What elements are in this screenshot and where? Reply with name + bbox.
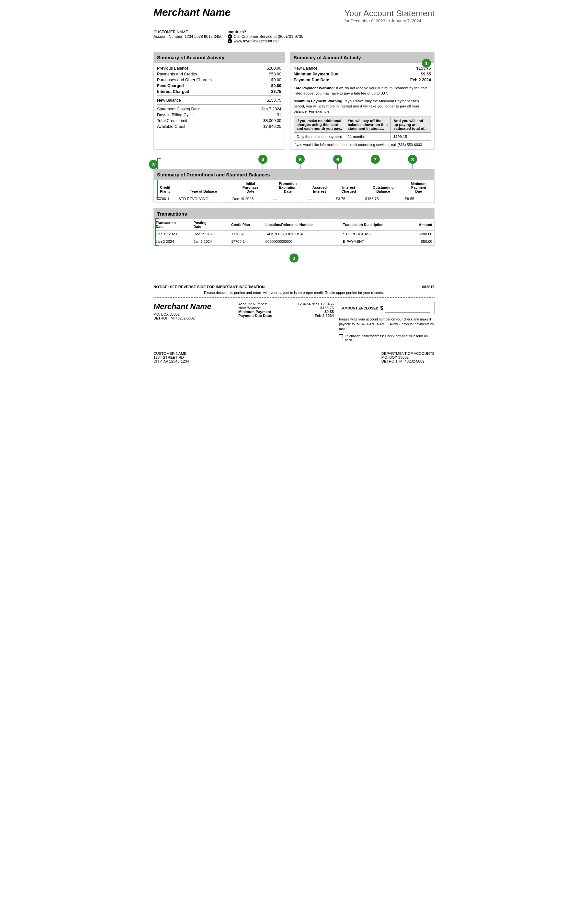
detach-note: Please detach this portion and return wi… bbox=[154, 291, 434, 298]
merchant-name: Merchant Name bbox=[154, 6, 230, 18]
remit-due-value: Feb 2 2024 bbox=[315, 314, 334, 317]
badge-1: 1 bbox=[422, 58, 431, 68]
remit-address: P.O. BOX 33802 DETROIT, MI 48232-5802 bbox=[154, 313, 233, 320]
trans-row2-desc: E-PAYMENT bbox=[341, 238, 408, 245]
summary-row-interest: Interest Charged$3.75 bbox=[157, 89, 281, 96]
badge4-line bbox=[262, 164, 263, 169]
notice-line: NOTICE: SEE REVERSE SIDE FOR IMPORTANT I… bbox=[154, 285, 434, 289]
payment-col1-header: If you make no additional charges using … bbox=[294, 117, 345, 133]
amount-input[interactable] bbox=[385, 304, 430, 313]
trans-row2-plan: 17700-1 bbox=[229, 238, 264, 245]
notice-section: NOTICE: SEE REVERSE SIDE FOR IMPORTANT I… bbox=[154, 282, 434, 298]
remit-acct-label: Account Number: bbox=[238, 302, 267, 306]
remit-acct-row: Account Number: 1234 5678 9012 3456 bbox=[238, 302, 334, 306]
inquiries-section: Inquiries? ● Call Customer Service at (8… bbox=[228, 30, 303, 44]
footer-customer: CUSTOMER NAME 1234 STREET RD CITY, AA 12… bbox=[154, 351, 189, 363]
remit-payment: AMOUNT ENCLOSED $ Please write your acco… bbox=[339, 302, 434, 342]
promo-col-initial-date: InitialPurchaseDate bbox=[230, 180, 271, 195]
remit-acct-value: 1234 5678 9012 3456 bbox=[298, 302, 334, 306]
remit-merchant-name: Merchant Name bbox=[154, 302, 233, 311]
promo-initial-date: Dec 19 2023 bbox=[230, 195, 271, 202]
footer-city: CITY, AA 12345-1234 bbox=[154, 359, 189, 363]
summary-row-available: Available Credit$7,846.25 bbox=[157, 124, 281, 130]
promo-exp: ---- bbox=[271, 195, 305, 202]
promo-col-accrued: AccruedInterest bbox=[305, 180, 334, 195]
remit-due-label: Payment Due Date: bbox=[238, 314, 272, 317]
trans-row1-location: SAMPLE STORE USA bbox=[264, 230, 341, 238]
trans-col-date: TransactionDate bbox=[154, 219, 191, 230]
footer-street: 1234 STREET RD bbox=[154, 355, 189, 359]
remit-merchant: Merchant Name P.O. BOX 33802 DETROIT, MI… bbox=[154, 302, 233, 342]
footer-dept: DEPARTMENT OF ACCOUNTS P.O. BOX 33802 DE… bbox=[381, 351, 434, 363]
trans-header-row: TransactionDate PostingDate Credit Plan … bbox=[154, 219, 434, 230]
badge-5-col: 5 bbox=[282, 155, 319, 169]
remit-due-row: Payment Due Date: Feb 2 2024 bbox=[238, 314, 334, 317]
promo-plan: 17700-1 bbox=[154, 195, 177, 202]
badge6-line bbox=[337, 164, 338, 169]
left-summary-title: Summary of Account Activity bbox=[154, 52, 285, 63]
badge-6-col: 6 bbox=[319, 155, 356, 169]
right-summary-box: Summary of Account Activity New Balance … bbox=[290, 52, 434, 149]
promo-col-promo-exp: PromotionExpirationDate bbox=[271, 180, 305, 195]
promo-table: CreditPlan # Type of Balance InitialPurc… bbox=[154, 180, 434, 202]
summary-row: Payments and Credits$50.00 bbox=[157, 71, 281, 77]
summary-row-fees: Fees Charged$0.00 bbox=[157, 83, 281, 89]
transactions-section: Transactions TransactionDate PostingDate… bbox=[154, 208, 434, 246]
change-address-checkbox[interactable] bbox=[339, 334, 343, 338]
summary-row: Purchases and Other Charges$0.00 bbox=[157, 77, 281, 83]
trans-row-1: Dec 19 2023 Dec 19 2023 17700-1 SAMPLE S… bbox=[154, 230, 434, 238]
badge-2: 2 bbox=[290, 253, 298, 262]
footer-addresses: CUSTOMER NAME 1234 STREET RD CITY, AA 12… bbox=[154, 351, 434, 363]
late-warning: Late Payment Warning: If we do not recei… bbox=[294, 86, 431, 96]
promo-section: Summary of Promotional and Standard Bala… bbox=[154, 169, 434, 203]
transactions-table: TransactionDate PostingDate Credit Plan … bbox=[154, 219, 434, 245]
trans-row1-post: Dec 19 2023 bbox=[191, 230, 229, 238]
trans-col-desc: Transaction Description bbox=[341, 219, 408, 230]
promo-col-interest: InterestCharged bbox=[334, 180, 363, 195]
promo-col-plan: CreditPlan # bbox=[154, 180, 177, 195]
summary-row-closing: Statement Closing DateJan 7 2024 bbox=[157, 106, 281, 112]
badge7-line bbox=[375, 164, 375, 169]
badge-4-col: 4 bbox=[244, 155, 282, 169]
summary-row-days: Days in Billing Cycle31 bbox=[157, 112, 281, 118]
trans-col-post: PostingDate bbox=[191, 219, 229, 230]
trans-row-2: Jan 2 2024 Jan 2 2024 17700-1 0000000000… bbox=[154, 238, 434, 245]
customer-name: CUSTOMER NAME bbox=[154, 30, 222, 34]
transactions-outer-wrapper: Transactions TransactionDate PostingDate… bbox=[154, 208, 434, 262]
remit-balance-row: New Balance: $153.75 bbox=[238, 306, 334, 310]
footer-dept-city: DETROIT, MI 48232-5802 bbox=[381, 359, 434, 363]
remittance-section: Merchant Name P.O. BOX 33802 DETROIT, MI… bbox=[154, 302, 434, 342]
promo-col-outstanding: OutstandingBalance bbox=[363, 180, 403, 195]
left-summary-box: Summary of Account Activity Previous Bal… bbox=[154, 52, 285, 149]
min-warning: Minimum Payment Warning: If you make onl… bbox=[294, 99, 431, 114]
remit-account-details: Account Number: 1234 5678 9012 3456 New … bbox=[238, 302, 334, 342]
promo-interest: $3.75 bbox=[334, 195, 363, 202]
right-summary-body: New Balance $153.75 Minimum Payment Due … bbox=[290, 63, 434, 149]
badge-7-col: 7 bbox=[356, 155, 394, 169]
right-row-new-balance: New Balance $153.75 bbox=[294, 65, 431, 71]
dollar-sign: $ bbox=[380, 305, 383, 311]
promo-col-type: Type of Balance bbox=[177, 180, 230, 195]
right-row-due-date: Payment Due Date Feb 2 2024 bbox=[294, 77, 431, 83]
trans-row2-amount: $50.00 bbox=[408, 238, 434, 245]
footer-dept-name: DEPARTMENT OF ACCOUNTS bbox=[381, 351, 434, 355]
remit-min-row: Minimum Payment $9.55 bbox=[238, 310, 334, 314]
remit-balance-label: New Balance: bbox=[238, 306, 261, 310]
notice-text: NOTICE: SEE REVERSE SIDE FOR IMPORTANT I… bbox=[154, 285, 266, 289]
badge8-line bbox=[413, 164, 413, 169]
trans-row2-location: 0000000000000 bbox=[264, 238, 341, 245]
trans-col-location: Location/Reference Number bbox=[264, 219, 341, 230]
promo-accrued: ---- bbox=[305, 195, 334, 202]
remit-min-value: $9.55 bbox=[324, 310, 334, 314]
promo-section-wrapper: 3 4 5 6 7 8 Summary of Promotiona bbox=[154, 155, 434, 203]
trans-row2-date: Jan 2 2024 bbox=[154, 238, 191, 245]
amount-enclosed-box: AMOUNT ENCLOSED $ bbox=[339, 302, 434, 314]
payment-row1-c2: 21 months bbox=[345, 133, 391, 141]
trans-row1-desc: STD PURCHASE bbox=[341, 230, 408, 238]
change-address-line: To change name/address: Check box and fi… bbox=[339, 334, 434, 342]
amount-enclosed-label: AMOUNT ENCLOSED bbox=[342, 306, 378, 310]
transactions-title: Transactions bbox=[154, 209, 434, 219]
payment-instruction: Please write your account number on your… bbox=[339, 317, 434, 331]
trans-col-amount: Amount bbox=[408, 219, 434, 230]
trans-col-plan: Credit Plan bbox=[229, 219, 264, 230]
